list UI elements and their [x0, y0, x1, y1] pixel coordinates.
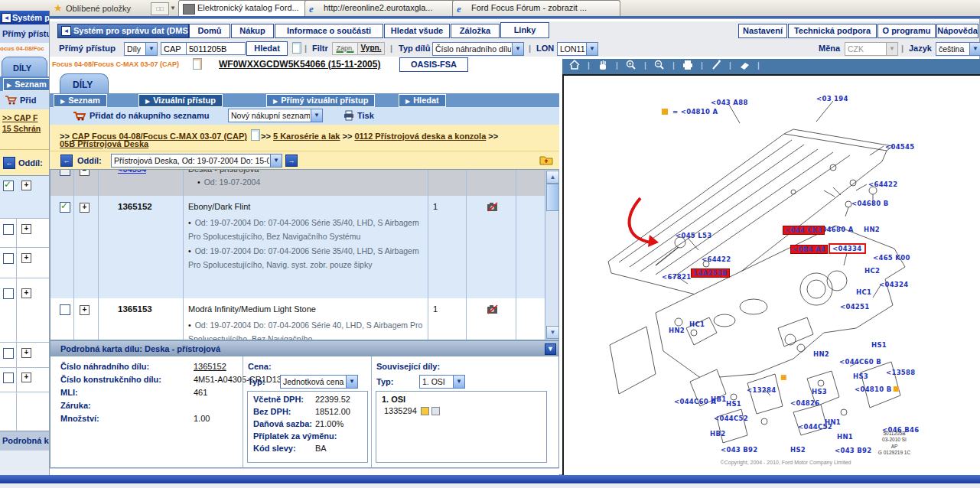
diagram-callout[interactable]: HC2 [864, 267, 880, 275]
nav-informace-button[interactable]: Informace o součásti [275, 24, 383, 38]
diagram-callout[interactable]: <04334 [829, 243, 866, 254]
nav-nakup-button[interactable]: Nákup [231, 24, 274, 38]
orange-square-marker[interactable]: ■ [893, 385, 900, 392]
nav-o-programu-button[interactable]: O programu [877, 24, 936, 38]
breadcrumb-section-link[interactable]: 05B Přístrojová Deska [60, 139, 148, 148]
diagram-callout[interactable]: HN2 [813, 350, 829, 358]
bg-row-checkbox[interactable] [3, 348, 14, 359]
filter-on-toggle[interactable]: Zapn. [332, 42, 358, 55]
diagram-callout[interactable]: <043 A88 [711, 99, 748, 106]
part-number[interactable]: 1365152 [118, 202, 152, 211]
category-select[interactable]: Díly▼ [124, 42, 158, 56]
expand-icon[interactable]: + [80, 203, 90, 213]
nav-zalozka-button[interactable]: Záložka [451, 24, 500, 38]
nav-nastaveni-button[interactable]: Nastavení [738, 24, 787, 38]
diagram-callout[interactable]: <04324 [879, 281, 909, 288]
nav-linky-button[interactable]: Linky [500, 22, 549, 38]
diagram-callout[interactable]: <04826 [790, 399, 820, 407]
diagram-canvas[interactable]: = <04810 A <043 A88<03 194<04545<64422<0… [562, 74, 980, 483]
diagram-callout[interactable]: <044C52 [714, 415, 748, 422]
diagram-callout[interactable]: HS1 [726, 400, 741, 408]
zoom-in-icon[interactable] [625, 59, 637, 73]
diagram-callout[interactable]: HB1 [711, 395, 726, 403]
bg-crumb-link2[interactable]: 15 Schrán [2, 124, 41, 133]
diagram-callout[interactable]: <0B4 A4 [790, 245, 828, 254]
diagram-callout[interactable]: HS2 [790, 446, 806, 454]
add-to-list-label[interactable]: Přidat do nákupního seznamu [90, 111, 209, 120]
nav-domu-button[interactable]: Domů [189, 24, 230, 38]
oasis-fsa-button[interactable]: OASIS-FSA [399, 57, 468, 72]
detail-collapse-button[interactable]: ▼ [545, 343, 556, 355]
diagram-callout[interactable]: <04545 [885, 143, 915, 151]
language-select[interactable]: čeština▼ [936, 42, 980, 56]
diagram-callout[interactable]: <13588 [886, 369, 916, 376]
vehicle-page-icon[interactable] [193, 58, 202, 70]
bg-row-checkbox[interactable] [3, 288, 14, 299]
bg-row-checkbox[interactable]: ✓ [3, 181, 14, 191]
expand-icon[interactable]: + [80, 305, 90, 315]
diagram-callout[interactable]: HN2 [864, 226, 880, 233]
table-row-1365153[interactable]: + 1365153 Modrá Infinity/Medium Light St… [50, 298, 545, 340]
filter-off-toggle[interactable]: Vypn. [357, 42, 385, 55]
section-prev-button[interactable]: ← [60, 155, 73, 167]
diagram-callout[interactable]: <044 CK3 [783, 226, 825, 235]
nav-dms-button[interactable]: ◄ Systém pro správu dat (DMS) [57, 24, 189, 38]
diagram-callout[interactable]: <043 B92 [835, 447, 872, 454]
diagram-callout[interactable]: 14A253B [691, 268, 730, 278]
search-button[interactable]: Hledat [246, 41, 288, 56]
diagram-callout[interactable]: HS1 [871, 341, 887, 349]
group-code-link[interactable]: <04334 [118, 170, 146, 174]
breadcrumb-subgroup-link[interactable]: 0112 Přístrojová deska a konzola [354, 132, 486, 141]
toolbar-hledat-button[interactable]: ▶Hledat [399, 94, 446, 107]
diagram-callout[interactable]: HN2 [669, 327, 685, 334]
no-image-icon[interactable] [487, 304, 499, 314]
diagram-callout[interactable]: <67821 [662, 273, 692, 281]
part-type-select[interactable]: Číslo náhradního dílu▼ [432, 42, 524, 56]
tab-dily[interactable]: DÍLY [60, 73, 109, 94]
row-checkbox[interactable] [60, 170, 70, 176]
bg-row-checkbox[interactable] [3, 253, 14, 264]
collapse-icon[interactable]: − [80, 170, 90, 176]
breadcrumb-group-link[interactable]: 5 Karosérie a lak [273, 132, 340, 141]
diagram-callout[interactable]: HC1 [856, 288, 871, 296]
bg-expand-icon[interactable]: + [21, 288, 31, 298]
favorites-star-icon[interactable]: ★ [54, 2, 63, 14]
price-type-select[interactable]: Jednotková cena▼ [280, 375, 358, 389]
bg-back-button[interactable]: ← [3, 157, 15, 169]
nav-podpora-button[interactable]: Technická podpora [788, 24, 877, 38]
diagram-callout[interactable]: <045 L53 [676, 232, 711, 239]
diagram-callout[interactable]: <044C52 [798, 423, 832, 431]
vin-link[interactable]: WF0WXXGCDW5K54066 (15-11-2005) [219, 59, 380, 70]
diagram-callout[interactable]: <044C60 A [674, 398, 716, 405]
lon-select[interactable]: LON11▼ [557, 42, 598, 56]
bg-row-checkbox[interactable] [3, 224, 14, 235]
row-checkbox[interactable] [60, 304, 70, 315]
row-checkbox-checked[interactable]: ✓ [60, 202, 70, 213]
quick-tabs-icon[interactable]: □□ [151, 2, 169, 15]
bg-crumb-link[interactable]: >> CAP F [2, 113, 38, 122]
diagram-callout[interactable]: HB2 [710, 430, 725, 438]
bg-expand-icon[interactable]: + [21, 181, 31, 190]
related-part-link[interactable]: 1335294 [384, 406, 417, 415]
table-scrollbar[interactable]: ▲ ▼ [545, 170, 559, 340]
part-number[interactable]: 1365153 [118, 304, 152, 314]
toolbar-primy-vizualni-button[interactable]: ▶Přímý vizuální přístup [266, 94, 375, 107]
part-number-input[interactable] [186, 42, 246, 55]
toolbar-vizualni-button[interactable]: ▶Vizuální přístup [138, 94, 223, 107]
oddil-select[interactable]: Přístrojová Deska, Od: 19-07-2004 Do: 15… [111, 154, 282, 168]
table-row-1365152[interactable]: ✓ + 1365152 Ebony/Dark Flint •Od: 19-07-… [50, 196, 545, 299]
no-image-icon[interactable] [487, 202, 499, 212]
crumb-page-icon[interactable] [251, 129, 260, 141]
diagram-callout[interactable]: HS3 [812, 388, 827, 395]
shopping-list-select[interactable]: Nový nákupní seznam▼ [228, 109, 323, 122]
copy-page-icon[interactable] [292, 42, 301, 54]
nav-napoveda-button[interactable]: Nápověda [936, 24, 978, 38]
diagram-callout[interactable]: HS3 [853, 373, 868, 380]
print-diagram-icon[interactable] [682, 59, 694, 73]
diagram-callout[interactable]: <04251 [840, 303, 870, 311]
orange-square-marker[interactable]: ■ [780, 373, 787, 381]
nav-hledat-vsude-button[interactable]: Hledat všude [384, 24, 450, 38]
bg-expand-icon[interactable]: + [21, 373, 31, 382]
annotate-pencil-icon[interactable] [710, 59, 722, 73]
print-label[interactable]: Tisk [357, 111, 374, 120]
